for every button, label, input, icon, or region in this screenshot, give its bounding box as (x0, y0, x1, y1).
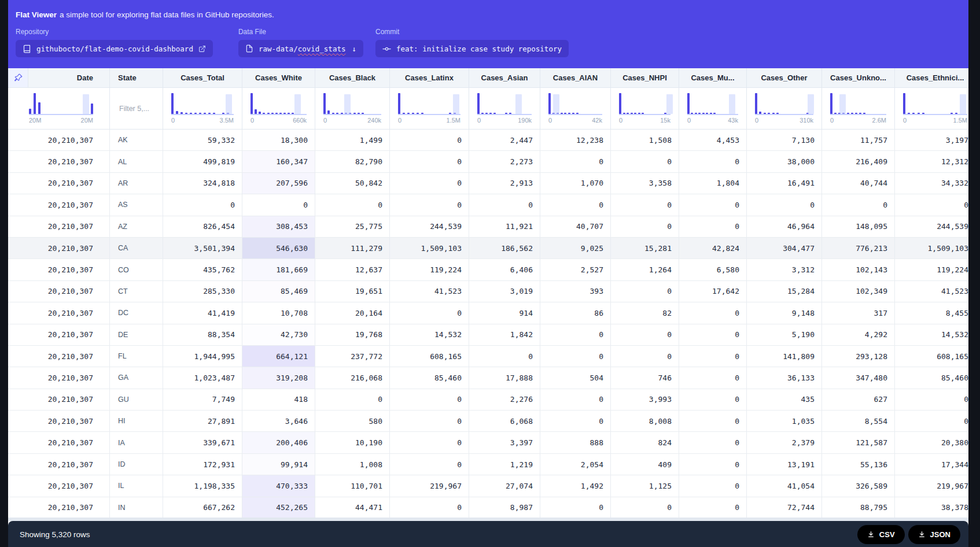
histogram-filter-cases_aian[interactable]: 042k (548, 93, 602, 125)
cell-cases_black: 111,279 (315, 238, 390, 258)
column-header-cases_nhpi[interactable]: Cases_NHPI (611, 68, 679, 87)
histogram-filter-cases_ethnici[interactable]: 01.5M (903, 93, 967, 125)
cell-cases_aian: 393 (540, 281, 611, 302)
cell-cases_total: 59,332 (163, 130, 242, 150)
cell-cases_latinx: 219,967 (390, 475, 469, 496)
flat-viewer-app: Flat Viewera simple tool for exploring f… (8, 0, 968, 547)
cell-date: 20,210,307 (8, 497, 110, 518)
histogram-brush-handle[interactable] (960, 94, 966, 114)
cell-cases_unkno: 55,136 (822, 454, 895, 475)
cell-cases_black: 0 (315, 389, 390, 410)
column-header-date[interactable]: Date (8, 68, 110, 87)
cell-cases_unkno: 88,795 (822, 497, 895, 518)
cell-cases_aian: 9,025 (540, 238, 611, 258)
filter-cell-state (110, 88, 163, 129)
column-header-cases_black[interactable]: Cases_Black (315, 68, 390, 87)
external-link-icon (198, 45, 206, 53)
repository-button[interactable]: githubocto/flat-demo-covid-dashboard (16, 40, 213, 57)
histogram-min-label: 0 (687, 117, 691, 124)
histogram-brush-handle[interactable] (453, 94, 459, 114)
filter-cell-cases_nhpi: 015k (611, 88, 679, 129)
histogram-brush-handle[interactable] (515, 94, 522, 114)
histogram-filter-cases_unkno[interactable]: 02.6M (830, 93, 886, 125)
cell-cases_nhpi: 82 (611, 302, 679, 323)
histogram-filter-cases_latinx[interactable]: 01.5M (398, 93, 460, 125)
column-header-cases_aian[interactable]: Cases_AIAN (540, 68, 611, 87)
cell-cases_mu: 0 (679, 475, 747, 496)
table-row-CO: 20,210,307CO435,762181,66912,637119,2246… (8, 259, 968, 280)
histogram-min-label: 0 (323, 117, 327, 124)
column-header-label: Cases_Mu... (691, 73, 734, 82)
cell-cases_aian: 0 (540, 346, 611, 367)
table-body: 20,210,307AK59,33218,3001,49902,44712,23… (8, 130, 968, 518)
cell-cases_latinx: 0 (390, 411, 469, 431)
histogram-brush-handle[interactable] (83, 94, 89, 114)
histogram-brush-handle[interactable] (839, 94, 846, 114)
column-header-cases_other[interactable]: Cases_Other (747, 68, 822, 87)
download-icon (867, 531, 875, 538)
histogram-brush-handle[interactable] (666, 94, 673, 114)
histogram-filter-cases_black[interactable]: 0240k (323, 93, 381, 125)
histogram-filter-date[interactable]: 20M20M (29, 93, 93, 125)
cell-cases_aian: 12,238 (540, 130, 611, 150)
table-row-IL: 20,210,307IL1,198,335470,333110,701219,9… (8, 475, 968, 497)
cell-cases_nhpi: 0 (611, 151, 679, 172)
histogram-brush-handle[interactable] (808, 94, 814, 114)
histogram-bar (576, 113, 579, 114)
histogram-filter-cases_mu[interactable]: 043k (687, 93, 738, 125)
histogram-filter-cases_white[interactable]: 0660k (250, 93, 307, 125)
histogram-bar (955, 113, 957, 114)
chevron-down-icon: ↓ (352, 45, 356, 53)
cell-cases_other: 38,000 (747, 151, 822, 172)
column-header-cases_unkno[interactable]: Cases_Unkno... (822, 68, 895, 87)
histogram-range-labels: 0190k (477, 117, 532, 124)
cell-cases_ethnici: 1,509,103 (895, 238, 968, 258)
download-json-button[interactable]: JSON (908, 525, 960, 544)
histogram-filter-cases_total[interactable]: 03.5M (171, 93, 234, 125)
column-header-cases_mu[interactable]: Cases_Mu... (679, 68, 747, 87)
histogram-brush-handle[interactable] (294, 94, 301, 114)
cell-cases_latinx: 14,532 (390, 324, 469, 345)
cell-cases_other: 36,133 (747, 367, 822, 388)
column-header-cases_asian[interactable]: Cases_Asian (469, 68, 540, 87)
cell-cases_white: 319,208 (242, 367, 315, 388)
cell-cases_total: 172,931 (163, 454, 242, 475)
cell-cases_aian: 504 (540, 367, 611, 388)
histogram-bar (417, 113, 419, 114)
data-file-selector[interactable]: raw-data/covid_stats ↓ (238, 40, 363, 57)
cell-cases_white: 99,914 (242, 454, 315, 475)
cell-date: 20,210,307 (8, 389, 110, 410)
cell-cases_latinx: 0 (390, 302, 469, 323)
histogram-bars (619, 93, 670, 115)
cell-cases_white: 3,646 (242, 411, 315, 431)
cell-cases_nhpi: 409 (611, 454, 679, 475)
cell-cases_total: 0 (163, 194, 242, 215)
cell-cases_unkno: 293,128 (822, 346, 895, 367)
histogram-filter-cases_nhpi[interactable]: 015k (619, 93, 670, 125)
column-header-label: Cases_Latinx (405, 73, 454, 82)
column-header-cases_total[interactable]: Cases_Total (163, 68, 242, 87)
download-csv-button[interactable]: CSV (857, 525, 905, 544)
column-header-cases_ethnici[interactable]: Cases_Ethnici... (895, 68, 968, 87)
pin-column-toggle[interactable] (8, 68, 28, 87)
histogram-min-label: 20M (29, 117, 41, 124)
state-filter-input[interactable] (118, 104, 160, 113)
histogram-brush-handle[interactable] (553, 94, 559, 114)
histogram-brush-handle[interactable] (226, 94, 232, 114)
histogram-min-label: 0 (398, 117, 401, 124)
histogram-brush-handle[interactable] (729, 94, 735, 114)
histogram-brush-handle[interactable] (344, 94, 351, 114)
column-header-cases_white[interactable]: Cases_White (242, 68, 315, 87)
cell-date: 20,210,307 (8, 151, 110, 172)
commit-selector[interactable]: feat: initialize case study repository (375, 40, 569, 57)
cell-state: AL (110, 151, 163, 172)
histogram-filter-cases_asian[interactable]: 0190k (477, 93, 532, 125)
cell-cases_ethnici: 244,539 (895, 216, 968, 237)
column-header-cases_latinx[interactable]: Cases_Latinx (390, 68, 469, 87)
column-header-state[interactable]: State (110, 68, 163, 87)
cell-cases_other: 7,130 (747, 130, 822, 150)
cell-cases_ethnici: 34,332 (895, 173, 968, 194)
histogram-bar (631, 113, 633, 114)
cell-cases_ethnici: 0 (895, 194, 968, 215)
histogram-filter-cases_other[interactable]: 0310k (755, 93, 813, 125)
